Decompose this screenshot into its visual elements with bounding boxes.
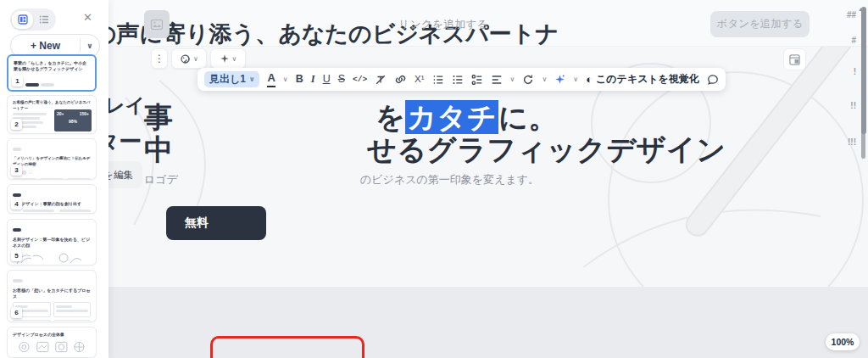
- shortcut-hint: !: [854, 67, 856, 76]
- chevron-down-icon: ∨: [283, 76, 288, 83]
- chevron-down-icon: ∨: [542, 76, 547, 83]
- card-thumbnail-3[interactable]: 「メリハリ」をデザインの魔法に！伝わるデザインの秘密 ⚙ ◎ ♡ 3: [7, 138, 97, 180]
- bullet-list-button[interactable]: [452, 74, 464, 86]
- thumb-sketch: [16, 340, 32, 354]
- link-button[interactable]: [394, 73, 407, 86]
- ordered-list-button[interactable]: [432, 74, 444, 86]
- grid-view-toggle[interactable]: [12, 11, 33, 29]
- cta-label: 無料: [185, 215, 209, 231]
- shortcut-hint: #: [851, 36, 856, 45]
- hero-paragraph-right[interactable]: のビジネスの第一印象を変えます。: [360, 172, 539, 187]
- card-number-badge: 1: [12, 76, 23, 87]
- card-theme-button[interactable]: ∨: [171, 48, 207, 69]
- chevron-down-icon: ∨: [232, 55, 237, 63]
- italic-button[interactable]: I: [311, 74, 315, 85]
- grid-view-icon: [18, 14, 28, 25]
- clear-format-button[interactable]: [375, 74, 387, 86]
- card-thumbnail-6[interactable]: お客様の「想い」をカタチにするプロセス 6: [7, 270, 97, 322]
- card-thumbnail-4[interactable]: ロゴデザイン：事業の顔を創り出す 4: [7, 184, 97, 214]
- logo-placeholder[interactable]: [144, 10, 170, 38]
- chevron-down-icon: ∨: [193, 55, 198, 63]
- code-button[interactable]: </>: [353, 76, 367, 84]
- thumb-title: お客様の「想い」をカタチにするプロセス: [13, 288, 91, 300]
- heading-text: を: [376, 101, 405, 133]
- card-thumbnail-1[interactable]: 事業の「らしさ」をカタチに。中小企業を輝かせるグラフィックデザイン 1: [7, 54, 97, 92]
- list-view-toggle[interactable]: [33, 11, 54, 29]
- shortcut-hint: ##: [847, 10, 856, 20]
- shortcut-hint: !!: [850, 101, 856, 110]
- thumb-title: 事業の「らしさ」をカタチに。中小企業を輝かせるグラフィックデザイン: [14, 60, 90, 73]
- card-layout-button[interactable]: [783, 48, 806, 70]
- shortcut-hint: !!!: [848, 137, 856, 147]
- thumb-sketch: [35, 340, 51, 354]
- chevron-down-icon[interactable]: ∨: [81, 42, 99, 50]
- add-link-placeholder[interactable]: リンクを追加する: [346, 17, 541, 32]
- card-number-badge: 3: [11, 165, 22, 176]
- heading-text: に。: [498, 101, 558, 133]
- palette-icon: [180, 53, 191, 64]
- style-label: 見出し1: [209, 72, 246, 87]
- text-format-toolbar: 見出し1 ∨ A ∨ B I U S </> X¹ ∨ ∨ ∨ ◐ このテキスト…: [198, 68, 726, 91]
- close-sidebar-button[interactable]: ✕: [83, 11, 92, 24]
- card-number-badge: 4: [11, 199, 22, 210]
- zoom-value: 100%: [832, 337, 854, 347]
- visualize-label: このテキストを視覚化: [596, 72, 699, 87]
- strikethrough-button[interactable]: S: [338, 74, 345, 85]
- stat-value: 150+: [80, 111, 89, 116]
- hero-cta-button[interactable]: 無料: [166, 206, 266, 240]
- window-icon: [789, 54, 800, 65]
- thumb-sketch: [71, 340, 87, 354]
- card-thumbnail-2[interactable]: お客様の声に寄り添う、あなたのビジネスパートナー 20+150+ 98% 2: [7, 95, 97, 134]
- text-style-dropdown-button[interactable]: 見出し1 ∨: [204, 71, 259, 87]
- todo-list-button[interactable]: [471, 74, 483, 86]
- thumb-title: 「メリハリ」をデザインの魔法に！伝わるデザインの秘密: [13, 156, 91, 167]
- text-color-button[interactable]: A: [267, 71, 275, 87]
- rewrite-button[interactable]: [522, 74, 534, 86]
- main-scrollbar[interactable]: [861, 7, 866, 134]
- view-toggle: [10, 8, 56, 31]
- card-ai-button[interactable]: ∨: [210, 48, 246, 69]
- stat-value: 98%: [57, 119, 89, 124]
- thumb-sketch: [53, 340, 70, 354]
- thumb-title: ロゴデザイン：事業の顔を創り出す: [13, 201, 91, 207]
- ai-sparkle-button[interactable]: [554, 74, 565, 85]
- chevron-down-icon: ∨: [510, 76, 515, 83]
- hero-heading-line2-left[interactable]: 中: [144, 131, 174, 170]
- sparkle-icon: [220, 53, 230, 64]
- add-button-placeholder[interactable]: ボタンを追加する: [710, 11, 810, 37]
- visualize-text-button[interactable]: ◐ このテキストを視覚化: [586, 72, 699, 87]
- card-list-sidebar: ✕ + New ∨ 事業の「らしさ」をカタチに。中小企業を輝かせるグラフィックデ…: [0, 0, 108, 358]
- underline-button[interactable]: U: [323, 74, 331, 85]
- selected-text: カタチ: [405, 100, 498, 134]
- thumb-stats-box: 20+150+ 98%: [54, 109, 92, 131]
- align-button[interactable]: [491, 74, 503, 86]
- card-thumbnail-5[interactable]: 名刺デザイン：第一印象を決める、ビジネスの顔 5: [7, 219, 97, 266]
- thumb-title: 名刺デザイン：第一印象を決める、ビジネスの顔: [13, 237, 91, 249]
- card-thumbnail-7[interactable]: デザインプロセスの全体像: [7, 327, 97, 358]
- list-view-icon: [39, 14, 49, 25]
- card-number-badge: 5: [11, 250, 22, 261]
- superscript-button[interactable]: X¹: [415, 75, 425, 85]
- kebab-icon: ⋮: [154, 53, 164, 64]
- chevron-down-icon: ∨: [249, 76, 255, 83]
- comment-button[interactable]: [707, 74, 719, 86]
- card-number-badge: 6: [11, 307, 22, 318]
- thumb-title: デザインプロセスの全体像: [13, 332, 91, 338]
- stat-value: 20+: [57, 111, 64, 116]
- hero-heading-line2-right[interactable]: せるグラフィックデザイン: [367, 131, 726, 170]
- bold-button[interactable]: B: [296, 74, 303, 85]
- card-options-button[interactable]: ⋮: [151, 48, 168, 69]
- new-card-label: + New: [11, 40, 80, 52]
- half-circle-icon: ◐: [586, 73, 593, 86]
- editor-stage: ⋮ ∨ ∨ 事 をカタチに。 中 せるグラフィックデザイン ロゴデ のビジネスの…: [0, 0, 868, 358]
- red-annotation-box: [210, 336, 364, 358]
- card-number-badge: 2: [11, 119, 22, 130]
- thumb-sketch: [52, 251, 84, 266]
- hero-paragraph-left[interactable]: ロゴデ: [144, 172, 178, 187]
- image-icon: [151, 20, 163, 30]
- chevron-down-icon: ∨: [573, 76, 578, 83]
- zoom-level-badge[interactable]: 100%: [826, 333, 860, 350]
